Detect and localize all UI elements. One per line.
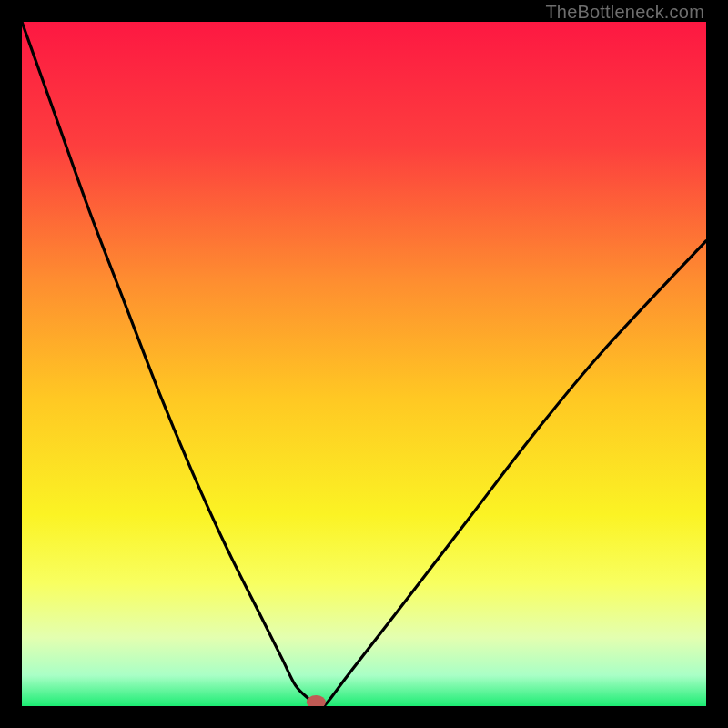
watermark-text: TheBottleneck.com (545, 2, 704, 23)
plot-area (22, 22, 706, 706)
optimal-point-marker (307, 695, 326, 706)
chart-frame: TheBottleneck.com (0, 0, 728, 728)
curve-layer (22, 22, 706, 706)
bottleneck-curve (22, 22, 706, 706)
